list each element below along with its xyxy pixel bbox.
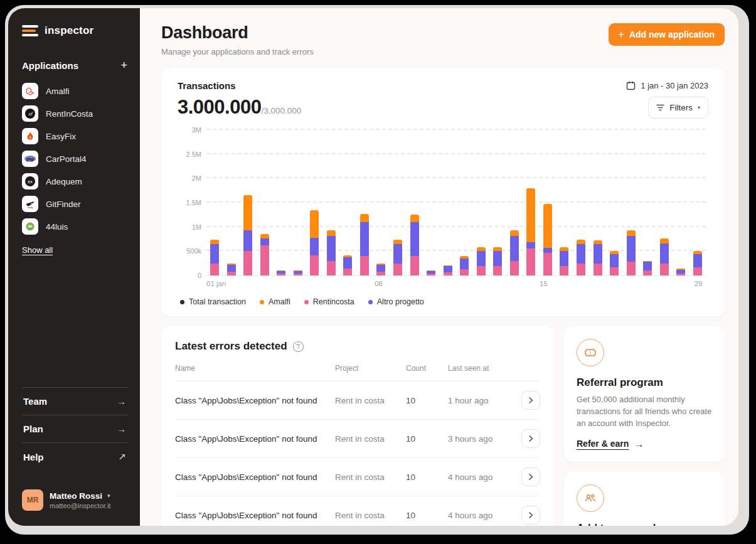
- refer-earn-link[interactable]: Refer & earn: [577, 439, 629, 449]
- chart-bar[interactable]: [594, 130, 602, 275]
- error-project: Rent in costa: [335, 396, 406, 405]
- chart-bar[interactable]: [327, 130, 336, 275]
- sidebar-menu: Team → Plan → Help ↗: [22, 387, 127, 471]
- bar-segment: [493, 266, 502, 275]
- date-range-label: 1 jan - 30 jan 2023: [641, 81, 708, 90]
- chart-bar[interactable]: [627, 130, 636, 275]
- chart-bar[interactable]: [493, 130, 502, 275]
- bar-segment: [327, 236, 336, 260]
- chart-bar[interactable]: [444, 130, 452, 275]
- chart-bar[interactable]: [543, 130, 552, 275]
- chart-bar[interactable]: [643, 130, 652, 275]
- x-axis-tick: 29: [695, 280, 703, 287]
- app-label: Amalfi: [46, 87, 70, 96]
- open-error-button[interactable]: [521, 467, 540, 486]
- legend-item-rentincosta[interactable]: Rentincosta: [304, 297, 354, 306]
- sidebar: inspector Applications + Amalfi: [8, 8, 140, 526]
- chart-bar[interactable]: [676, 130, 685, 275]
- chart-bar[interactable]: [610, 130, 619, 275]
- chart-bar[interactable]: [410, 130, 419, 275]
- user-menu[interactable]: MR Matteo Rossi ▾ matteo@inspector.it: [22, 489, 127, 511]
- show-all-link[interactable]: Show all: [22, 245, 53, 255]
- chart-bar[interactable]: [260, 130, 269, 275]
- open-error-button[interactable]: [521, 429, 540, 448]
- add-application-icon[interactable]: +: [120, 60, 127, 71]
- chart-bar[interactable]: [243, 130, 252, 275]
- legend-item-altro-progetto[interactable]: Altro progetto: [368, 297, 424, 306]
- error-count: 10: [406, 434, 448, 444]
- sidebar-item-amalfi[interactable]: Amalfi: [22, 80, 127, 102]
- bar-segment: [510, 236, 519, 260]
- ex-icon: ex: [22, 173, 38, 189]
- add-new-application-button[interactable]: + Add new application: [609, 23, 725, 46]
- bar-segment: [643, 262, 652, 270]
- bar-segment: [393, 244, 402, 264]
- legend-item-amalfi[interactable]: Amalfi: [260, 297, 290, 306]
- chart-bar[interactable]: [560, 130, 568, 275]
- chart-bar[interactable]: [460, 130, 469, 275]
- filter-icon: [656, 104, 664, 111]
- sidebar-item-44luis[interactable]: 44luis: [22, 215, 127, 238]
- error-name: Class "App\Jobs\Exception" not found: [175, 511, 335, 520]
- bar-segment: [543, 204, 552, 248]
- open-error-button[interactable]: [521, 506, 540, 525]
- sidebar-item-rentincosta[interactable]: sf RentInCosta: [22, 102, 127, 125]
- bar-segment: [243, 195, 252, 230]
- errors-title: Latest errors detected: [175, 340, 287, 353]
- chart-bar[interactable]: [310, 130, 319, 275]
- sidebar-item-easyfix[interactable]: EasyFix: [22, 125, 127, 147]
- chart-bar[interactable]: [526, 130, 535, 275]
- chart-bar[interactable]: [510, 130, 519, 275]
- symfony-icon: sf: [22, 105, 38, 122]
- x-axis-tick: 08: [375, 280, 383, 287]
- error-last-seen: 4 hours ago: [448, 511, 515, 520]
- filters-button[interactable]: Filters ▾: [648, 97, 708, 119]
- sidebar-item-team[interactable]: Team →: [22, 387, 127, 415]
- bar-segment: [343, 269, 352, 275]
- chart-bar[interactable]: [294, 130, 302, 275]
- transactions-title: Transactions: [178, 80, 236, 91]
- chart-bar[interactable]: [477, 130, 486, 275]
- chevron-right-icon: [528, 435, 534, 442]
- column-count: Count: [406, 364, 448, 373]
- sidebar-item-adequem[interactable]: ex Adequem: [22, 170, 127, 193]
- bar-segment: [594, 264, 602, 275]
- chart-plot: 0500k1M1.5M2M2.5M3M: [206, 130, 706, 276]
- sidebar-item-help[interactable]: Help ↗: [22, 442, 127, 471]
- bar-segment: [610, 267, 619, 275]
- chart-bar[interactable]: [693, 130, 702, 275]
- transactions-chart: 0500k1M1.5M2M2.5M3M 01 jan081529 Total t…: [178, 130, 708, 306]
- filters-label: Filters: [669, 103, 693, 112]
- sidebar-item-plan[interactable]: Plan →: [22, 415, 127, 442]
- chart-bar[interactable]: [427, 130, 435, 275]
- chart-bar[interactable]: [577, 130, 585, 275]
- error-last-seen: 4 hours ago: [448, 472, 515, 482]
- bar-segment: [526, 248, 535, 275]
- chart-bar[interactable]: [360, 130, 369, 275]
- sidebar-item-carportal4[interactable]: php CarPortal4: [22, 147, 127, 170]
- people-icon: [577, 484, 604, 512]
- chart-bar[interactable]: [376, 130, 385, 275]
- sidebar-item-gitfinder[interactable]: fastify GitFinder: [22, 193, 127, 215]
- chart-bar[interactable]: [393, 130, 402, 275]
- screenshot-stage: inspector Applications + Amalfi: [0, 0, 756, 544]
- chart-bar[interactable]: [210, 130, 219, 275]
- legend-label: Altro progetto: [377, 297, 424, 306]
- bar-segment: [493, 251, 502, 267]
- legend-item-total[interactable]: Total transaction: [180, 297, 246, 306]
- date-range-picker[interactable]: 1 jan - 30 jan 2023: [626, 81, 708, 90]
- chart-bar[interactable]: [343, 130, 352, 275]
- chart-bar[interactable]: [277, 130, 285, 275]
- help-icon[interactable]: ?: [293, 341, 304, 352]
- bar-segment: [560, 251, 568, 267]
- bar-segment: [393, 264, 402, 275]
- bar-segment: [327, 230, 336, 236]
- open-error-button[interactable]: [521, 391, 540, 410]
- chevron-right-icon: [528, 397, 534, 404]
- chart-bar[interactable]: [660, 130, 669, 275]
- app-label: EasyFix: [46, 132, 76, 141]
- logo[interactable]: inspector: [22, 24, 127, 37]
- bar-segment: [393, 240, 402, 244]
- bar-segment: [460, 259, 469, 269]
- chart-bar[interactable]: [227, 130, 236, 275]
